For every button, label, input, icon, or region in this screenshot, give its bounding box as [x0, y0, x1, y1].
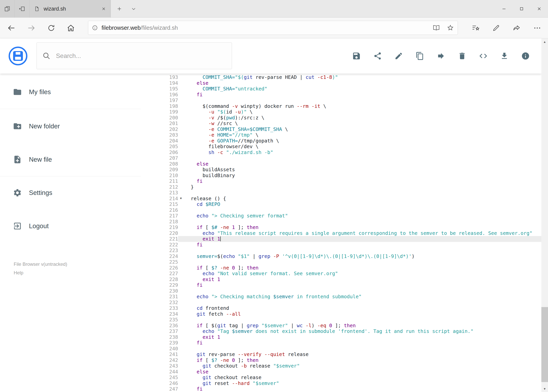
- tab-preview-button[interactable]: [0, 0, 15, 18]
- code-line[interactable]: 233 cd frontend: [151, 305, 541, 311]
- scroll-up-button[interactable]: ▲: [541, 38, 548, 45]
- share-file-button[interactable]: [373, 51, 382, 61]
- code-line[interactable]: 227 echo "Not valid semver format. See s…: [151, 271, 541, 277]
- rename-button[interactable]: [394, 51, 403, 61]
- sidebar-item-new-folder[interactable]: New folder: [0, 117, 141, 136]
- code-line[interactable]: 239 fi: [151, 340, 541, 346]
- code-line[interactable]: 216: [151, 207, 541, 213]
- code-line[interactable]: 220 echo "This release script requires a…: [151, 230, 541, 236]
- hub-favorites-button[interactable]: [467, 18, 485, 38]
- home-button[interactable]: [62, 18, 80, 38]
- filebrowser-logo[interactable]: [9, 47, 28, 65]
- search-bar[interactable]: [36, 42, 232, 69]
- back-button[interactable]: [2, 18, 20, 38]
- search-input[interactable]: [55, 52, 226, 60]
- code-line[interactable]: 201 -w //src \: [151, 120, 541, 126]
- refresh-button[interactable]: [42, 18, 60, 38]
- code-line[interactable]: 217 echo "> Checking semver format": [151, 213, 541, 219]
- code-line[interactable]: 215 cd $REPO: [151, 201, 541, 207]
- sidebar-item-new-file[interactable]: New file: [0, 150, 141, 169]
- code-line[interactable]: 212}: [151, 184, 541, 190]
- scroll-down-button[interactable]: ▼: [541, 385, 548, 392]
- help-link[interactable]: Help: [14, 268, 67, 277]
- tab-close-icon[interactable]: [101, 6, 106, 11]
- download-button[interactable]: [500, 51, 509, 61]
- save-button[interactable]: [352, 51, 361, 61]
- scrollbar-thumb[interactable]: [541, 307, 548, 382]
- address-bar[interactable]: filebrowser.web/files/wizard.sh: [88, 21, 458, 35]
- code-line[interactable]: 199 -u "$(id -u)" \: [151, 109, 541, 115]
- code-line[interactable]: 229 fi: [151, 282, 541, 288]
- page-scrollbar[interactable]: ▲ ▼: [541, 38, 548, 392]
- code-line[interactable]: 242 if [ $? -ne 0 ]; then: [151, 357, 541, 363]
- code-line[interactable]: 218: [151, 219, 541, 225]
- code-line[interactable]: 194 else: [151, 80, 541, 86]
- code-line[interactable]: 205 filebrowser/dev \: [151, 144, 541, 149]
- site-info-icon[interactable]: [92, 25, 98, 31]
- code-line[interactable]: 246 git reset --hard "$semver": [151, 380, 541, 386]
- code-line[interactable]: 231 echo "> Checking matching $semver in…: [151, 294, 541, 300]
- new-tab-button[interactable]: [112, 0, 126, 18]
- more-options-button[interactable]: [528, 18, 546, 38]
- code-line[interactable]: 235: [151, 317, 541, 323]
- move-button[interactable]: [437, 51, 445, 61]
- code-line[interactable]: 213: [151, 190, 541, 196]
- code-line[interactable]: 203 -e HOME="//tmp" \: [151, 132, 541, 138]
- code-line[interactable]: 241 git rev-parse --verify --quiet relea…: [151, 351, 541, 357]
- code-line[interactable]: 202 -e COMMIT_SHA=$COMMIT_SHA \: [151, 126, 541, 132]
- window-minimize-button[interactable]: [495, 0, 513, 18]
- code-line[interactable]: 198 $(command -v winpty) docker run --rm…: [151, 103, 541, 109]
- reading-view-button[interactable]: [433, 24, 440, 32]
- delete-button[interactable]: [458, 51, 467, 61]
- set-tabs-aside-button[interactable]: [15, 0, 29, 18]
- code-line[interactable]: 200 -v /$(pwd):/src:z \: [151, 115, 541, 121]
- code-line[interactable]: 224 semver=$(echo "$1" | grep -P '^v(0|[…: [151, 253, 541, 259]
- code-line[interactable]: 204 -e GOPATH=//tmp/gopath \: [151, 138, 541, 144]
- sidebar-item-settings[interactable]: Settings: [0, 183, 141, 202]
- code-line[interactable]: 207: [151, 155, 541, 161]
- code-line[interactable]: 195 COMMIT_SHA="untracked": [151, 86, 541, 92]
- code-line[interactable]: 210 buildBinary: [151, 173, 541, 178]
- code-line[interactable]: 228 exit 1: [151, 277, 541, 282]
- code-line[interactable]: 196 fi: [151, 92, 541, 98]
- info-button[interactable]: [521, 51, 530, 61]
- sidebar-item-my-files[interactable]: My files: [0, 83, 141, 101]
- code-line[interactable]: 232: [151, 300, 541, 306]
- forward-button[interactable]: [22, 18, 40, 38]
- code-line[interactable]: 238 exit 1: [151, 334, 541, 340]
- fold-arrow-icon[interactable]: ▾: [180, 195, 182, 201]
- code-line[interactable]: 237 echo "Tag $semver does not exist in …: [151, 328, 541, 334]
- code-line[interactable]: 240: [151, 346, 541, 352]
- code-editor[interactable]: 193 COMMIT_SHA="$(git rev-parse HEAD | c…: [151, 74, 541, 392]
- code-line[interactable]: 193 COMMIT_SHA="$(git rev-parse HEAD | c…: [151, 74, 541, 80]
- code-line[interactable]: 247 fi: [151, 386, 541, 392]
- code-line[interactable]: 234 git fetch --all: [151, 311, 541, 317]
- code-line[interactable]: 221 exit 1: [151, 236, 541, 242]
- raw-code-button[interactable]: [479, 51, 488, 61]
- web-note-button[interactable]: [487, 18, 505, 38]
- code-line[interactable]: 230: [151, 288, 541, 294]
- code-line[interactable]: 226 if [ $? -ne 0 ]; then: [151, 265, 541, 271]
- code-line[interactable]: 206 sh -c "./wizard.sh -b": [151, 149, 541, 155]
- window-close-button[interactable]: [530, 0, 548, 18]
- code-line[interactable]: 223: [151, 248, 541, 253]
- code-line[interactable]: 225: [151, 259, 541, 265]
- code-line[interactable]: 245 git checkout release: [151, 375, 541, 380]
- window-maximize-button[interactable]: [513, 0, 530, 18]
- favorite-star-button[interactable]: [447, 24, 454, 32]
- code-line[interactable]: 208 else: [151, 161, 541, 167]
- code-line[interactable]: 222 fi: [151, 242, 541, 248]
- code-line[interactable]: 243 git checkout -b release "$semver": [151, 363, 541, 369]
- code-line[interactable]: 236 if [ $(git tag | grep "$semver" | wc…: [151, 323, 541, 329]
- tab-list-chevron-button[interactable]: [127, 0, 140, 18]
- share-button[interactable]: [508, 18, 526, 38]
- sidebar-item-logout[interactable]: Logout: [0, 217, 141, 235]
- browser-tab[interactable]: wizard.sh: [29, 0, 111, 18]
- code-line[interactable]: 209 buildAssets: [151, 167, 541, 173]
- code-line[interactable]: 219 if [ $# -ne 1 ]; then: [151, 224, 541, 230]
- copy-button[interactable]: [415, 51, 424, 61]
- code-line[interactable]: 214▾release () {: [151, 196, 541, 202]
- code-line[interactable]: 211 fi: [151, 178, 541, 184]
- code-line[interactable]: 197: [151, 98, 541, 103]
- code-line[interactable]: 244 else: [151, 369, 541, 375]
